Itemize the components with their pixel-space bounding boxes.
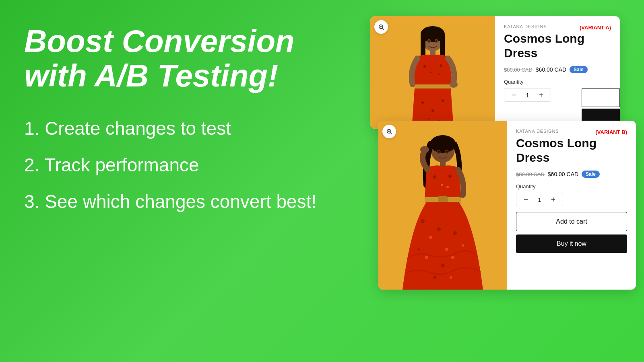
svg-point-38 [429, 236, 432, 239]
variant-a-title: Cosmos Long Dress [504, 31, 611, 60]
svg-point-48 [450, 276, 452, 279]
variant-b-details: KATANA DESIGNS (VARIANT B) Cosmos Long D… [507, 121, 636, 290]
variant-a-dress-image [370, 16, 495, 129]
svg-point-42 [425, 256, 428, 259]
variant-a-vendor: KATANA DESIGNS [504, 24, 547, 29]
variant-b-quantity-controls: − 1 + [516, 193, 563, 206]
left-panel: Boost Conversion with A/B Testing! 1. Cr… [24, 24, 322, 213]
variant-a-price-row: $80.00 CAD $60.00 CAD Sale [504, 66, 611, 73]
variant-b-vendor: KATANA DESIGNS [516, 129, 559, 134]
svg-point-31 [433, 175, 436, 179]
svg-point-49 [420, 146, 429, 153]
step-1: 1. Create changes to test [24, 117, 322, 140]
svg-point-39 [437, 227, 441, 231]
svg-point-52 [438, 151, 440, 153]
add-to-cart-button[interactable]: Add to cart [516, 212, 627, 231]
step-2: 2. Track performance [24, 154, 322, 176]
variant-b-price-row: $80.00 CAD $60.00 CAD Sale [516, 171, 627, 178]
buy-it-now-button[interactable]: Buy it now [516, 234, 627, 253]
steps-list: 1. Create changes to test 2. Track perfo… [24, 117, 322, 213]
svg-point-9 [423, 65, 426, 68]
variant-a-label: (VARIANT A) [580, 25, 611, 31]
variant-a-qty-value: 1 [524, 92, 532, 99]
variant-a-quantity-controls: − 1 + [504, 88, 551, 102]
svg-point-14 [421, 101, 424, 104]
variant-a-original-price: $80.00 CAD [504, 67, 533, 73]
variant-b-qty-increase[interactable]: + [549, 195, 557, 204]
variant-a-add-cart-partial [582, 88, 620, 107]
variant-b-qty-decrease[interactable]: − [522, 195, 530, 204]
variant-a-sale-price: $60.00 CAD [536, 66, 566, 73]
variant-b-label: (VARIANT B) [596, 129, 627, 135]
svg-point-40 [445, 248, 448, 251]
variant-a-card: KATANA DESIGNS (VARIANT A) Cosmos Long D… [370, 16, 620, 129]
variant-b-sale-price: $60.00 CAD [548, 171, 578, 177]
svg-point-37 [421, 219, 425, 223]
svg-point-19 [450, 81, 458, 88]
svg-point-11 [440, 64, 442, 67]
svg-point-43 [441, 263, 445, 267]
svg-point-53 [446, 151, 448, 153]
variant-b-quantity-label: Quantity [516, 183, 627, 189]
variant-a-quantity-label: Quantity [504, 79, 611, 85]
variant-b-zoom-button[interactable] [382, 125, 396, 138]
svg-point-12 [438, 74, 440, 75]
svg-point-41 [453, 231, 457, 235]
variant-b-image [378, 121, 507, 290]
svg-point-32 [441, 184, 443, 186]
variant-a-details: KATANA DESIGNS (VARIANT A) Cosmos Long D… [495, 16, 620, 129]
svg-line-25 [390, 133, 392, 134]
svg-point-16 [442, 99, 444, 102]
svg-point-22 [428, 40, 430, 42]
svg-point-15 [431, 109, 434, 112]
variant-a-qty-increase[interactable]: + [537, 91, 545, 99]
variant-b-card: KATANA DESIGNS (VARIANT B) Cosmos Long D… [378, 121, 636, 290]
svg-point-33 [448, 175, 452, 178]
variant-a-image [370, 16, 495, 129]
variant-b-dress-image [378, 121, 507, 290]
variant-b-original-price: $80.00 CAD [516, 171, 545, 177]
svg-point-17 [428, 118, 429, 119]
svg-point-44 [451, 256, 454, 259]
svg-point-23 [436, 40, 437, 42]
variant-a-zoom-button[interactable] [374, 20, 388, 34]
variant-a-qty-decrease[interactable]: − [510, 91, 518, 99]
variant-a-sale-badge: Sale [570, 66, 588, 73]
svg-point-47 [433, 276, 436, 279]
step-3: 3. See which changes convert best! [24, 191, 322, 213]
svg-point-46 [462, 244, 464, 247]
svg-point-10 [430, 72, 431, 73]
svg-line-1 [382, 28, 384, 30]
variant-b-sale-badge: Sale [582, 171, 600, 178]
variant-b-qty-value: 1 [536, 196, 544, 203]
svg-point-45 [417, 248, 420, 251]
headline: Boost Conversion with A/B Testing! [24, 24, 322, 93]
svg-point-34 [446, 186, 449, 188]
variant-b-title: Cosmos Long Dress [516, 136, 627, 165]
